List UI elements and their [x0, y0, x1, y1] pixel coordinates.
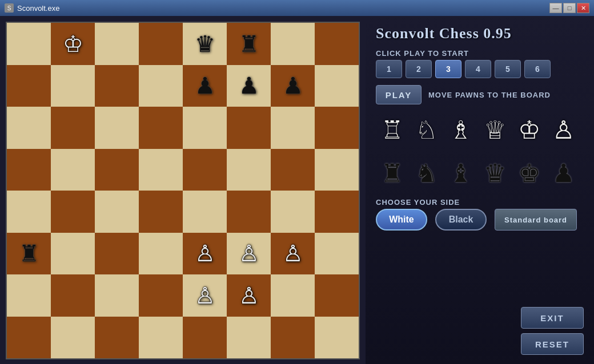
cell-2-2[interactable]: [95, 107, 139, 149]
cell-2-5[interactable]: [227, 107, 271, 149]
level-btn-6[interactable]: 6: [524, 60, 551, 78]
cell-0-0[interactable]: [7, 23, 51, 65]
cell-7-2[interactable]: [95, 317, 139, 359]
cell-5-1[interactable]: [51, 233, 95, 275]
standard-board-button[interactable]: Standard board: [495, 209, 577, 230]
cell-2-0[interactable]: [7, 107, 51, 149]
cell-5-5[interactable]: ♙: [227, 233, 271, 275]
black-side-button[interactable]: Black: [435, 209, 487, 230]
cell-4-2[interactable]: [95, 191, 139, 233]
black-rook-icon[interactable]: ♜: [376, 157, 408, 189]
chess-board[interactable]: ♔♛♜♟♟♟♜♙♙♙♙♙: [6, 22, 360, 359]
cell-6-5[interactable]: ♙: [227, 274, 271, 317]
piece-black-0-5[interactable]: ♜: [239, 33, 259, 55]
play-button[interactable]: PLAY: [376, 85, 422, 104]
cell-1-0[interactable]: [7, 65, 51, 107]
cell-1-3[interactable]: [139, 65, 183, 107]
cell-1-5[interactable]: ♟: [227, 65, 271, 107]
level-btn-3[interactable]: 3: [435, 60, 461, 78]
piece-white-5-6[interactable]: ♙: [283, 242, 303, 265]
cell-3-1[interactable]: [51, 149, 95, 191]
maximize-button[interactable]: □: [563, 3, 576, 13]
cell-4-3[interactable]: [139, 191, 183, 233]
piece-white-0-1[interactable]: ♔: [63, 33, 83, 55]
cell-1-7[interactable]: [315, 65, 359, 107]
piece-black-1-5[interactable]: ♟: [239, 74, 259, 97]
cell-2-3[interactable]: [139, 107, 183, 149]
cell-6-3[interactable]: [139, 274, 183, 317]
cell-5-3[interactable]: [139, 233, 183, 275]
piece-white-6-5[interactable]: ♙: [239, 284, 259, 307]
minimize-button[interactable]: —: [549, 3, 562, 13]
cell-7-0[interactable]: [7, 317, 51, 359]
cell-0-4[interactable]: ♛: [183, 23, 227, 65]
cell-0-3[interactable]: [139, 23, 183, 65]
cell-7-3[interactable]: [139, 317, 183, 359]
level-btn-5[interactable]: 5: [495, 60, 521, 78]
cell-6-2[interactable]: [95, 274, 139, 317]
level-btn-2[interactable]: 2: [406, 60, 432, 78]
cell-3-0[interactable]: [7, 149, 51, 191]
black-king-icon[interactable]: ♚: [513, 157, 545, 189]
piece-black-5-0[interactable]: ♜: [19, 242, 39, 265]
white-pawn-icon[interactable]: ♙: [547, 114, 579, 145]
piece-black-1-6[interactable]: ♟: [283, 74, 303, 97]
cell-0-7[interactable]: [315, 23, 359, 65]
white-side-button[interactable]: White: [376, 209, 427, 230]
cell-1-2[interactable]: [95, 65, 139, 107]
cell-1-1[interactable]: [51, 65, 95, 107]
level-btn-4[interactable]: 4: [465, 60, 491, 78]
level-btn-1[interactable]: 1: [376, 60, 402, 78]
cell-3-3[interactable]: [139, 149, 183, 191]
piece-white-5-5[interactable]: ♙: [239, 242, 259, 265]
white-rook-icon[interactable]: ♖: [376, 114, 408, 145]
black-knight-icon[interactable]: ♞: [410, 157, 442, 189]
cell-5-2[interactable]: [95, 233, 139, 275]
reset-button[interactable]: RESET: [521, 333, 584, 355]
cell-5-4[interactable]: ♙: [183, 233, 227, 275]
cell-4-1[interactable]: [51, 191, 95, 233]
black-pawn-icon[interactable]: ♟: [547, 157, 579, 189]
cell-5-7[interactable]: [315, 233, 359, 275]
cell-3-6[interactable]: [271, 149, 315, 191]
cell-7-5[interactable]: [227, 317, 271, 359]
white-bishop-icon[interactable]: ♗: [444, 114, 476, 145]
black-bishop-icon[interactable]: ♝: [444, 157, 476, 189]
cell-7-6[interactable]: [271, 317, 315, 359]
piece-white-6-4[interactable]: ♙: [195, 284, 215, 307]
cell-5-0[interactable]: ♜: [7, 233, 51, 275]
cell-7-1[interactable]: [51, 317, 95, 359]
white-king-icon[interactable]: ♔: [513, 114, 545, 145]
cell-6-7[interactable]: [315, 274, 359, 317]
cell-3-4[interactable]: [183, 149, 227, 191]
cell-2-7[interactable]: [315, 107, 359, 149]
cell-3-2[interactable]: [95, 149, 139, 191]
close-button[interactable]: ✕: [577, 3, 589, 13]
cell-2-6[interactable]: [271, 107, 315, 149]
exit-button[interactable]: EXIT: [521, 307, 584, 329]
cell-4-7[interactable]: [315, 191, 359, 233]
cell-0-2[interactable]: [95, 23, 139, 65]
cell-2-1[interactable]: [51, 107, 95, 149]
piece-black-1-4[interactable]: ♟: [195, 74, 215, 97]
white-queen-icon[interactable]: ♕: [479, 114, 511, 145]
cell-4-0[interactable]: [7, 191, 51, 233]
cell-3-7[interactable]: [315, 149, 359, 191]
cell-0-6[interactable]: [271, 23, 315, 65]
cell-0-5[interactable]: ♜: [227, 23, 271, 65]
cell-3-5[interactable]: [227, 149, 271, 191]
cell-1-6[interactable]: ♟: [271, 65, 315, 107]
piece-white-5-4[interactable]: ♙: [195, 242, 215, 265]
black-queen-icon[interactable]: ♛: [479, 157, 511, 189]
cell-0-1[interactable]: ♔: [51, 23, 95, 65]
cell-2-4[interactable]: [183, 107, 227, 149]
cell-4-4[interactable]: [183, 191, 227, 233]
white-knight-icon[interactable]: ♘: [410, 114, 442, 145]
cell-1-4[interactable]: ♟: [183, 65, 227, 107]
cell-4-5[interactable]: [227, 191, 271, 233]
cell-6-6[interactable]: [271, 274, 315, 317]
cell-5-6[interactable]: ♙: [271, 233, 315, 275]
cell-6-1[interactable]: [51, 274, 95, 317]
cell-6-4[interactable]: ♙: [183, 274, 227, 317]
cell-6-0[interactable]: [7, 274, 51, 317]
